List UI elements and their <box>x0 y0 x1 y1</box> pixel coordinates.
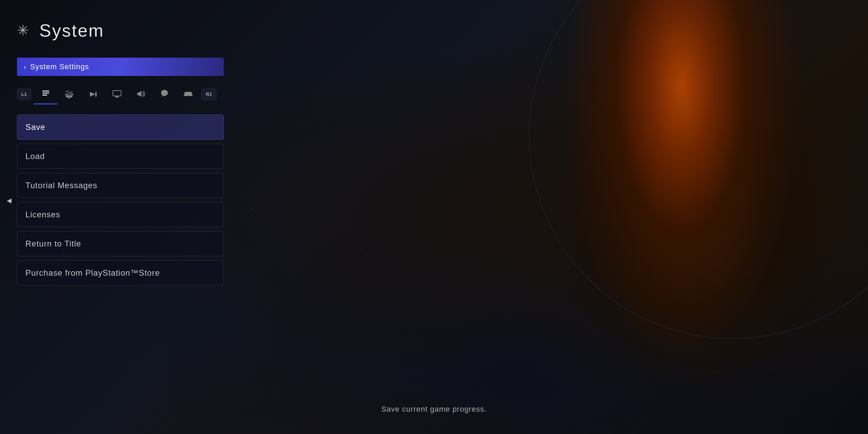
camera-icon <box>88 89 98 99</box>
settings-chevron-icon: › <box>24 63 26 71</box>
particle <box>361 249 362 250</box>
menu-item-tutorial-label: Tutorial Messages <box>25 181 97 190</box>
svg-marker-8 <box>137 91 141 97</box>
svg-rect-6 <box>116 96 118 97</box>
menu-item-load[interactable]: Load <box>17 144 224 169</box>
settings-bar[interactable]: › System Settings <box>17 58 224 76</box>
tab-sound-button[interactable] <box>129 84 153 104</box>
tab-l1-button[interactable]: L1 <box>17 88 31 100</box>
tab-camera-button[interactable] <box>81 84 105 104</box>
svg-rect-7 <box>115 97 119 98</box>
tab-display-button[interactable] <box>105 84 129 104</box>
svg-point-13 <box>189 93 190 94</box>
menu-item-return-to-title[interactable]: Return to Title <box>17 231 224 256</box>
system-icon: ✳ <box>17 22 34 39</box>
notes-icon <box>41 89 51 99</box>
monitor-icon <box>112 89 122 99</box>
svg-marker-3 <box>90 92 95 97</box>
tab-speech-button[interactable] <box>153 84 176 104</box>
menu-item-save-label: Save <box>25 122 45 132</box>
menu-item-save[interactable]: Save <box>17 115 224 140</box>
page-title-row: ✳ System <box>17 20 224 41</box>
tab-settings-button[interactable] <box>58 84 81 104</box>
menu-item-load-label: Load <box>25 152 45 161</box>
controller-icon <box>183 89 193 99</box>
tab-notes-button[interactable] <box>34 84 58 104</box>
svg-point-14 <box>190 94 191 95</box>
particle <box>251 209 252 210</box>
svg-rect-1 <box>42 93 49 94</box>
settings-bar-label: System Settings <box>30 62 89 71</box>
menu-item-purchase-label: Purchase from PlayStation™Store <box>25 268 160 277</box>
tab-row: L1 <box>17 84 224 104</box>
menu-item-tutorial-messages[interactable]: Tutorial Messages <box>17 173 224 198</box>
menu-list: ◂ Save Load Tutorial Messages Licenses R… <box>17 115 224 285</box>
menu-item-return-label: Return to Title <box>25 239 81 248</box>
speech-icon <box>160 89 169 99</box>
menu-item-purchase-store[interactable]: Purchase from PlayStation™Store <box>17 260 224 285</box>
character-area <box>393 0 868 434</box>
svg-rect-0 <box>42 91 49 92</box>
bottom-hint: Save current game progress. <box>0 405 868 414</box>
svg-point-11 <box>190 93 191 94</box>
gear-icon <box>65 89 74 99</box>
menu-item-licenses[interactable]: Licenses <box>17 202 224 227</box>
svg-rect-2 <box>42 95 47 96</box>
menu-item-licenses-label: Licenses <box>25 210 60 219</box>
tab-r1-button[interactable]: R1 <box>201 88 216 100</box>
ui-panel: ✳ System › System Settings L1 <box>0 0 237 434</box>
svg-rect-5 <box>113 91 121 96</box>
tab-controller-button[interactable] <box>176 84 200 104</box>
bottom-hint-text: Save current game progress. <box>381 405 487 413</box>
sound-icon <box>136 89 145 99</box>
svg-rect-10 <box>185 94 187 94</box>
page-title: System <box>39 20 104 41</box>
svg-point-12 <box>191 93 192 94</box>
selection-cursor: ◂ <box>7 195 12 206</box>
svg-rect-4 <box>95 92 97 97</box>
